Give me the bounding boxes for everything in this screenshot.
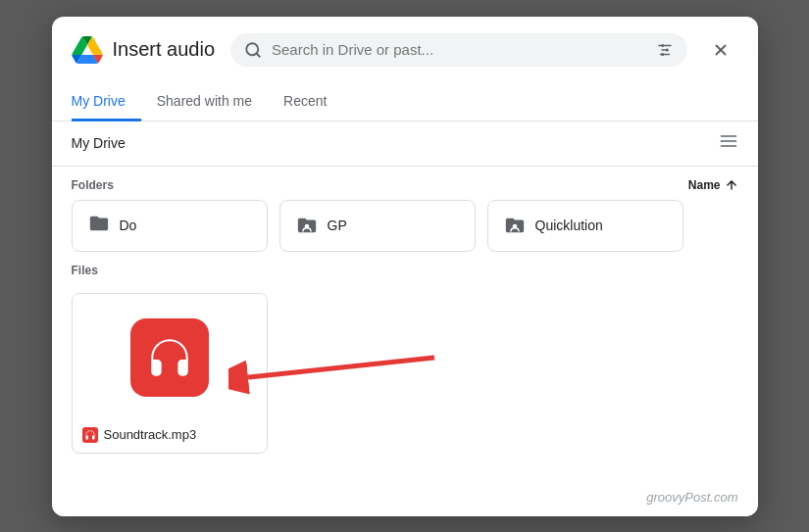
svg-line-1 bbox=[257, 53, 260, 56]
folders-grid: Do GP bbox=[72, 200, 738, 252]
logo-area: Insert audio bbox=[72, 36, 216, 64]
file-type-icon bbox=[82, 427, 98, 443]
folder-item-gp[interactable]: GP bbox=[279, 200, 476, 252]
google-drive-logo bbox=[72, 36, 103, 64]
search-icon bbox=[244, 41, 262, 59]
folder-item-do[interactable]: Do bbox=[72, 200, 268, 252]
content-area: Folders Name Do bbox=[52, 167, 758, 516]
dialog-title: Insert audio bbox=[113, 38, 216, 61]
breadcrumb: My Drive bbox=[72, 135, 126, 151]
sort-control[interactable]: Name bbox=[688, 178, 738, 192]
folder-icon bbox=[88, 213, 110, 239]
svg-point-5 bbox=[661, 44, 664, 47]
folder-name-gp: GP bbox=[328, 218, 347, 233]
close-button[interactable] bbox=[703, 32, 738, 68]
file-name: Soundtrack.mp3 bbox=[104, 427, 197, 442]
shared-folder-icon-quicklution bbox=[504, 215, 526, 236]
files-section-header: Files bbox=[72, 252, 738, 285]
file-name-row: Soundtrack.mp3 bbox=[73, 421, 267, 443]
search-input[interactable] bbox=[272, 41, 645, 58]
insert-audio-dialog: Insert audio bbox=[52, 17, 758, 516]
svg-point-7 bbox=[661, 53, 664, 56]
search-bar bbox=[230, 33, 686, 67]
svg-point-6 bbox=[665, 48, 668, 51]
tab-recent[interactable]: Recent bbox=[268, 83, 342, 121]
folders-section-header: Folders Name bbox=[72, 167, 738, 200]
tabs-bar: My Drive Shared with me Recent bbox=[52, 83, 758, 121]
watermark: groovyPost.com bbox=[646, 490, 737, 505]
dialog-header: Insert audio bbox=[52, 17, 758, 83]
folder-item-quicklution[interactable]: Quicklution bbox=[487, 200, 683, 252]
filter-icon[interactable] bbox=[656, 41, 674, 59]
folder-name-do: Do bbox=[120, 218, 137, 233]
files-grid: Soundtrack.mp3 bbox=[72, 293, 738, 454]
audio-file-icon-large bbox=[130, 318, 209, 397]
file-thumbnail bbox=[73, 294, 267, 421]
file-item-soundtrack[interactable]: Soundtrack.mp3 bbox=[72, 293, 268, 454]
breadcrumb-bar: My Drive bbox=[52, 121, 758, 167]
tab-my-drive[interactable]: My Drive bbox=[72, 83, 141, 121]
folder-name-quicklution: Quicklution bbox=[535, 218, 603, 233]
shared-folder-icon-gp bbox=[296, 215, 318, 236]
list-view-icon[interactable] bbox=[719, 131, 738, 156]
tab-shared-with-me[interactable]: Shared with me bbox=[141, 83, 268, 121]
files-label: Files bbox=[72, 264, 98, 277]
folders-label: Folders bbox=[72, 178, 114, 192]
sort-name-label: Name bbox=[688, 178, 721, 192]
